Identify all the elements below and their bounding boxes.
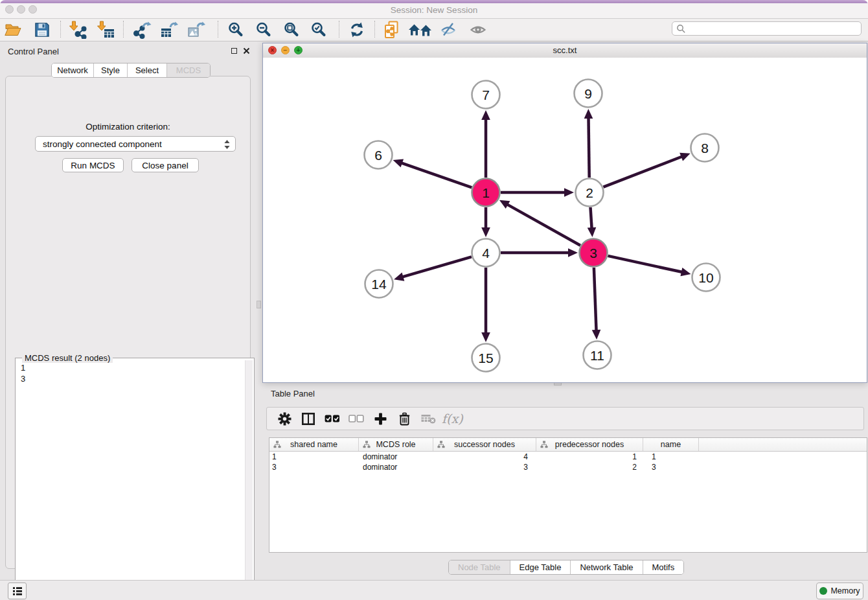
graph-node-label: 6 xyxy=(374,148,382,163)
column-header-successor-nodes[interactable]: successor nodes xyxy=(433,438,536,451)
tab-edge-table[interactable]: Edge Table xyxy=(510,560,571,574)
table-panel: Table Panel xyxy=(262,386,868,580)
hierarchy-icon xyxy=(437,441,445,450)
list-icon xyxy=(12,586,23,596)
toolbar-separator xyxy=(60,21,61,38)
task-history-button[interactable] xyxy=(8,583,27,599)
criterion-dropdown-value: strongly connected component xyxy=(43,139,162,149)
table-toolbar: f(x) xyxy=(266,407,864,430)
cell-predecessor-nodes[interactable]: 1 xyxy=(536,452,643,461)
tab-style[interactable]: Style xyxy=(94,63,128,77)
hierarchy-icon xyxy=(273,441,281,450)
graph-edge-arrowhead xyxy=(564,188,574,197)
column-header-shared-name[interactable]: shared name xyxy=(269,438,359,451)
mcds-result-item[interactable]: 3 xyxy=(21,373,245,384)
column-label: predecessor nodes xyxy=(555,440,624,449)
tab-node-table[interactable]: Node Table xyxy=(449,560,510,574)
zoom-selected-icon[interactable] xyxy=(309,21,328,39)
toolbar-separator xyxy=(218,21,218,38)
mcds-result-scrollbar[interactable] xyxy=(245,360,253,600)
column-header-mcds-role[interactable]: MCDS role xyxy=(359,438,433,451)
tab-network-table[interactable]: Network Table xyxy=(571,560,643,574)
cell-mcds-role[interactable]: dominator xyxy=(359,463,433,472)
cell-name[interactable]: 1 xyxy=(643,452,699,461)
graph-node-label: 1 xyxy=(482,185,490,200)
cell-successor-nodes[interactable]: 3 xyxy=(433,463,536,472)
optimization-criterion-label: Optimization criterion: xyxy=(6,122,250,132)
graph-node-label: 4 xyxy=(482,246,490,260)
criterion-dropdown[interactable]: strongly connected component xyxy=(35,136,236,152)
delete-column-trash-icon[interactable] xyxy=(396,410,413,427)
column-header-predecessor-nodes[interactable]: predecessor nodes xyxy=(536,438,643,451)
cell-predecessor-nodes[interactable]: 2 xyxy=(536,463,643,472)
graph-edge-2-8[interactable] xyxy=(603,156,683,187)
column-header-filler xyxy=(699,438,867,451)
split-table-view-icon[interactable] xyxy=(300,410,317,427)
graph-edge-2-3[interactable] xyxy=(590,207,591,229)
graph-edge-3-1[interactable] xyxy=(506,204,580,246)
hide-selected-eye-icon[interactable] xyxy=(439,21,458,39)
close-panel-button[interactable]: Close panel xyxy=(131,158,199,172)
show-all-eye-icon[interactable] xyxy=(468,21,488,39)
table-row[interactable]: 3 dominator 3 2 3 xyxy=(269,462,867,472)
graph-node-label: 15 xyxy=(478,351,493,365)
tab-select[interactable]: Select xyxy=(128,63,167,77)
export-image-icon[interactable] xyxy=(187,21,206,39)
refresh-view-icon[interactable] xyxy=(347,21,367,39)
column-header-name[interactable]: name xyxy=(643,438,699,451)
run-mcds-button[interactable]: Run MCDS xyxy=(62,158,124,172)
control-panel-close-icon[interactable] xyxy=(243,47,250,54)
memory-button[interactable]: Memory xyxy=(816,583,863,599)
search-input[interactable] xyxy=(689,23,861,34)
duplicate-network-icon[interactable] xyxy=(382,21,402,39)
control-panel: Control Panel Network Style Select MCDS … xyxy=(0,43,256,570)
control-panel-tabs: Network Style Select MCDS xyxy=(51,63,211,78)
open-folder-icon[interactable] xyxy=(3,21,23,39)
select-all-checkboxes-icon[interactable] xyxy=(324,410,341,427)
cell-shared-name[interactable]: 1 xyxy=(269,452,359,461)
graph-node-label: 14 xyxy=(371,277,387,292)
zoom-in-icon[interactable] xyxy=(226,21,246,39)
settings-gear-icon[interactable] xyxy=(276,410,293,427)
table-panel-tabs: Node Table Edge Table Network Table Moti… xyxy=(448,560,684,575)
export-network-icon[interactable] xyxy=(133,21,152,39)
add-column-icon[interactable] xyxy=(372,410,389,427)
graph-node-label: 9 xyxy=(584,86,592,101)
mcds-result-list[interactable]: 1 3 xyxy=(16,360,245,600)
control-panel-float-icon[interactable] xyxy=(231,48,237,54)
cell-successor-nodes[interactable]: 4 xyxy=(433,452,536,461)
table-row[interactable]: 1 dominator 4 1 1 xyxy=(269,452,867,462)
zoom-out-icon[interactable] xyxy=(254,21,273,39)
cell-mcds-role[interactable]: dominator xyxy=(359,452,433,461)
mcds-result-item[interactable]: 1 xyxy=(21,362,245,373)
graph-edge-arrowhead xyxy=(393,159,404,167)
graph-node-label: 2 xyxy=(586,185,593,200)
graph-node-label: 8 xyxy=(701,141,709,156)
graph-edge-1-6[interactable] xyxy=(400,163,472,188)
first-neighbors-icon[interactable] xyxy=(408,21,433,39)
graph-edge-3-10[interactable] xyxy=(608,256,683,272)
table-panel-title: Table Panel xyxy=(271,389,315,398)
tab-motifs[interactable]: Motifs xyxy=(643,560,684,574)
import-network-icon[interactable] xyxy=(68,21,87,39)
network-window-titlebar: × − + scc.txt xyxy=(263,43,867,58)
column-label: shared name xyxy=(290,440,337,449)
graph-edge-3-11[interactable] xyxy=(594,268,597,332)
import-table-icon[interactable] xyxy=(96,21,115,39)
graph-edge-arrowhead xyxy=(481,332,490,342)
cell-name[interactable]: 3 xyxy=(643,463,699,472)
zoom-fit-icon[interactable] xyxy=(282,21,301,39)
export-table-icon[interactable] xyxy=(159,21,179,39)
tab-network[interactable]: Network xyxy=(52,63,94,77)
graph-edge-4-14[interactable] xyxy=(402,257,472,277)
function-builder-icon: f(x) xyxy=(442,411,463,426)
tab-mcds[interactable]: MCDS xyxy=(167,63,210,77)
network-canvas[interactable]: 7968124314101511 xyxy=(263,58,867,382)
deselect-all-checkboxes-icon[interactable] xyxy=(348,410,365,427)
save-session-icon[interactable] xyxy=(32,21,52,39)
graph-edge-arrowhead xyxy=(584,109,593,119)
search-field[interactable] xyxy=(672,21,862,36)
vertical-split-handle[interactable] xyxy=(257,301,261,308)
cell-shared-name[interactable]: 3 xyxy=(269,463,359,472)
graph-edge-2-9[interactable] xyxy=(588,117,589,178)
